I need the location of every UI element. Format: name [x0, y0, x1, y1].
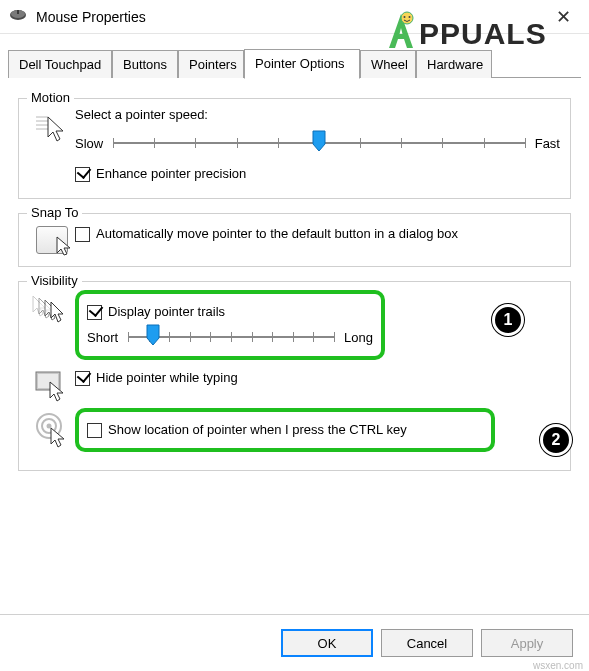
hide-typing-icon: [29, 366, 75, 402]
tab-dell-touchpad[interactable]: Dell Touchpad: [8, 50, 112, 78]
enhance-precision-checkbox[interactable]: Enhance pointer precision: [75, 166, 560, 182]
trails-icon: [29, 290, 75, 326]
legend-visibility: Visibility: [27, 273, 82, 288]
tab-buttons[interactable]: Buttons: [112, 50, 178, 78]
cancel-button[interactable]: Cancel: [381, 629, 473, 657]
svg-rect-5: [17, 10, 19, 14]
checkbox-icon: [75, 371, 90, 386]
ctrl-location-icon: [29, 408, 75, 448]
checkbox-icon: [75, 167, 90, 182]
group-snapto: Snap To Automatically move pointer to th…: [18, 213, 571, 267]
trail-length-slider[interactable]: [128, 324, 334, 350]
tab-pointers[interactable]: Pointers: [178, 50, 244, 78]
slow-label: Slow: [75, 136, 103, 151]
annotation-badge-2: 2: [540, 424, 572, 456]
apply-button[interactable]: Apply: [481, 629, 573, 657]
legend-motion: Motion: [27, 90, 74, 105]
close-icon[interactable]: ✕: [545, 8, 581, 26]
pointer-speed-slider[interactable]: [113, 130, 525, 156]
ok-button[interactable]: OK: [281, 629, 373, 657]
hide-while-typing-checkbox[interactable]: Hide pointer while typing: [75, 370, 238, 386]
legend-snapto: Snap To: [27, 205, 82, 220]
short-label: Short: [87, 330, 118, 345]
group-visibility: Visibility Display pointer trails: [18, 281, 571, 471]
checkbox-icon: [75, 227, 90, 242]
tab-pointer-options[interactable]: Pointer Options: [244, 49, 360, 79]
slider-thumb[interactable]: [312, 130, 326, 152]
mouse-icon: [8, 7, 28, 26]
snapto-icon: [29, 222, 75, 254]
display-trails-checkbox[interactable]: Display pointer trails: [87, 304, 373, 320]
fast-label: Fast: [535, 136, 560, 151]
window-title: Mouse Properties: [36, 9, 545, 25]
title-bar: Mouse Properties ✕: [0, 0, 589, 34]
checkbox-icon: [87, 423, 102, 438]
dialog-button-row: OK Cancel Apply: [0, 614, 589, 657]
highlight-trails: Display pointer trails Short Long: [75, 290, 385, 360]
show-location-ctrl-checkbox[interactable]: Show location of pointer when I press th…: [87, 422, 483, 438]
tab-strip: Dell TouchpadButtonsPointersPointer Opti…: [8, 46, 581, 78]
highlight-ctrl: Show location of pointer when I press th…: [75, 408, 495, 452]
checkbox-icon: [87, 305, 102, 320]
tab-hardware[interactable]: Hardware: [416, 50, 492, 78]
pointer-speed-label: Select a pointer speed:: [75, 107, 560, 122]
annotation-badge-1: 1: [492, 304, 524, 336]
slider-thumb[interactable]: [146, 324, 160, 346]
tab-wheel[interactable]: Wheel: [360, 50, 416, 78]
snapto-checkbox[interactable]: Automatically move pointer to the defaul…: [75, 226, 560, 242]
watermark: wsxen.com: [533, 660, 583, 671]
group-motion: Motion Select a pointer speed: Slow Fast: [18, 98, 571, 199]
long-label: Long: [344, 330, 373, 345]
motion-cursor-icon: [29, 107, 75, 145]
